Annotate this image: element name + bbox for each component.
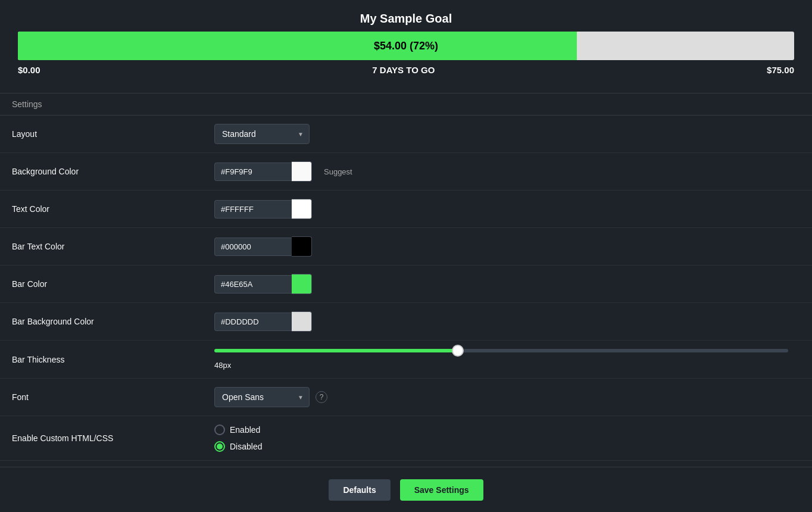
background-color-text-input[interactable] bbox=[214, 163, 292, 181]
defaults-button[interactable]: Defaults bbox=[329, 479, 390, 501]
text-color-row: Text Color bbox=[0, 191, 812, 228]
bar-thickness-label: Bar Thickness bbox=[12, 355, 214, 364]
goal-title: My Sample Goal bbox=[18, 12, 794, 26]
settings-panel: Settings Layout Standard Minimal Compact… bbox=[0, 93, 812, 461]
background-color-row: Background Color Suggest bbox=[0, 153, 812, 191]
custom-html-disabled-radio[interactable] bbox=[214, 441, 225, 452]
preview-area: My Sample Goal $54.00 (72%) $0.00 7 DAYS… bbox=[0, 0, 812, 81]
bar-background-color-input-wrapper bbox=[214, 311, 312, 332]
font-help-icon[interactable]: ? bbox=[316, 391, 327, 403]
custom-html-control: Enabled Disabled bbox=[214, 424, 262, 452]
background-color-swatch[interactable] bbox=[292, 161, 312, 182]
bar-text-color-label: Bar Text Color bbox=[12, 242, 214, 251]
bar-background-color-text-input[interactable] bbox=[214, 313, 292, 331]
custom-html-label: Enable Custom HTML/CSS bbox=[12, 433, 214, 443]
bar-background-color-control bbox=[214, 311, 312, 332]
custom-html-row: Enable Custom HTML/CSS Enabled Disabled bbox=[0, 416, 812, 461]
font-control: Open Sans Arial Roboto Georgia ? bbox=[214, 387, 327, 407]
layout-select[interactable]: Standard Minimal Compact bbox=[214, 124, 310, 144]
bottom-buttons: Defaults Save Settings bbox=[0, 467, 812, 512]
bar-color-swatch[interactable] bbox=[292, 274, 312, 294]
suggest-link[interactable]: Suggest bbox=[324, 167, 352, 176]
custom-html-enabled-radio[interactable] bbox=[214, 424, 225, 435]
bar-color-row: Bar Color bbox=[0, 266, 812, 303]
progress-bar-container: $54.00 (72%) bbox=[18, 32, 794, 60]
layout-control: Standard Minimal Compact bbox=[214, 124, 310, 144]
bar-color-input-wrapper bbox=[214, 274, 312, 294]
background-color-control: Suggest bbox=[214, 161, 352, 182]
bar-background-color-label: Bar Background Color bbox=[12, 317, 214, 326]
bar-text-color-text-input[interactable] bbox=[214, 238, 292, 256]
text-color-label: Text Color bbox=[12, 204, 214, 214]
settings-header: Settings bbox=[0, 93, 812, 115]
custom-html-radio-group: Enabled Disabled bbox=[214, 424, 262, 452]
text-color-text-input[interactable] bbox=[214, 200, 292, 218]
bar-color-text-input[interactable] bbox=[214, 275, 292, 294]
custom-html-disabled-label: Disabled bbox=[230, 442, 262, 451]
bar-text-color-control bbox=[214, 236, 312, 257]
save-settings-button[interactable]: Save Settings bbox=[400, 479, 483, 501]
progress-bar-text: $54.00 (72%) bbox=[18, 32, 794, 60]
font-select[interactable]: Open Sans Arial Roboto Georgia bbox=[214, 387, 310, 407]
custom-html-enabled-option[interactable]: Enabled bbox=[214, 424, 262, 435]
start-amount: $0.00 bbox=[18, 65, 40, 75]
bar-text-color-row: Bar Text Color bbox=[0, 228, 812, 266]
background-color-label: Background Color bbox=[12, 167, 214, 176]
custom-html-disabled-option[interactable]: Disabled bbox=[214, 441, 262, 452]
bar-text-color-input-wrapper bbox=[214, 236, 312, 257]
layout-dropdown-wrapper[interactable]: Standard Minimal Compact bbox=[214, 124, 310, 144]
bar-thickness-control: 48px bbox=[214, 349, 800, 370]
text-color-input-wrapper bbox=[214, 199, 312, 219]
bar-color-label: Bar Color bbox=[12, 279, 214, 289]
bar-color-control bbox=[214, 274, 312, 294]
goal-stats: $0.00 7 DAYS TO GO $75.00 bbox=[18, 65, 794, 75]
font-label: Font bbox=[12, 392, 214, 402]
font-dropdown-wrapper[interactable]: Open Sans Arial Roboto Georgia bbox=[214, 387, 310, 407]
end-amount: $75.00 bbox=[767, 65, 794, 75]
bar-background-color-row: Bar Background Color bbox=[0, 303, 812, 341]
bar-thickness-slider[interactable] bbox=[214, 349, 788, 352]
days-to-go: 7 DAYS TO GO bbox=[372, 65, 435, 75]
font-row: Font Open Sans Arial Roboto Georgia ? bbox=[0, 379, 812, 416]
bar-thickness-row: Bar Thickness 48px bbox=[0, 341, 812, 379]
layout-label: Layout bbox=[12, 129, 214, 139]
background-color-input-wrapper bbox=[214, 161, 312, 182]
text-color-swatch[interactable] bbox=[292, 199, 312, 219]
bar-background-color-swatch[interactable] bbox=[292, 311, 312, 332]
custom-html-enabled-label: Enabled bbox=[230, 425, 260, 435]
text-color-control bbox=[214, 199, 312, 219]
layout-row: Layout Standard Minimal Compact bbox=[0, 115, 812, 153]
bar-text-color-swatch[interactable] bbox=[292, 236, 312, 257]
bar-thickness-value: 48px bbox=[214, 361, 231, 370]
